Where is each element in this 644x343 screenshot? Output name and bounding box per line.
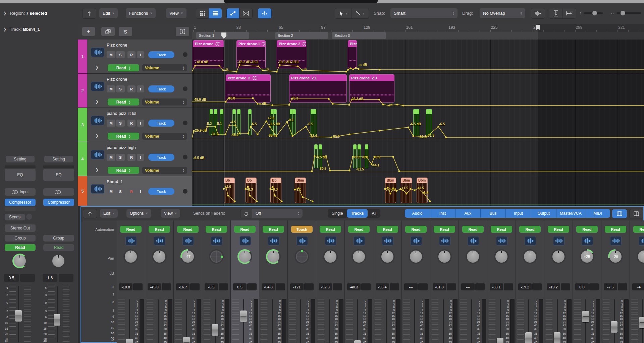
track-i-button[interactable]: I bbox=[137, 154, 144, 161]
mixer-filter-master-vca[interactable]: Master/VCA bbox=[556, 209, 585, 218]
db-value[interactable]: -6.5 bbox=[205, 283, 218, 290]
compressor-plugin-slot[interactable]: Compressor bbox=[43, 199, 74, 206]
mixer-channel-strip[interactable]: Read-∞03691215182124303540455060 bbox=[402, 220, 430, 343]
track-r-button[interactable]: R bbox=[127, 120, 136, 127]
pan-knob[interactable] bbox=[637, 249, 644, 264]
channel-fader[interactable]: 03691215182124303540455060 bbox=[544, 298, 573, 343]
db-value[interactable]: -∞ bbox=[404, 283, 418, 290]
pan-knob[interactable] bbox=[237, 249, 252, 264]
channel-fader[interactable]: 03691215182124303540455060 bbox=[487, 298, 516, 343]
automation-view-button[interactable] bbox=[226, 8, 240, 19]
pan-knob[interactable] bbox=[437, 249, 452, 264]
mixer-channel-strip[interactable]: Read0.503691215182124303540455060 bbox=[231, 220, 259, 343]
track-type-button[interactable]: Track bbox=[148, 154, 174, 161]
db-value[interactable]: -19.2 bbox=[547, 283, 560, 290]
db-value[interactable]: 0.5 bbox=[233, 283, 247, 290]
track-m-button[interactable]: M bbox=[107, 85, 115, 92]
channel-fader[interactable]: 03691215182124303540455060 bbox=[259, 298, 288, 343]
automation-mode-button[interactable]: Touch bbox=[291, 226, 313, 233]
track-header[interactable]: 1Pizz droneMSRITrack❯Read∧∨Volume∧∨ bbox=[78, 40, 192, 74]
db-value[interactable]: 0.0 bbox=[575, 283, 589, 290]
pan-knob[interactable] bbox=[523, 249, 537, 264]
fader-cap[interactable] bbox=[15, 310, 22, 322]
slider-thumb[interactable] bbox=[621, 11, 625, 15]
pan-knob[interactable] bbox=[266, 249, 281, 264]
mixer-filter-aux[interactable]: Aux bbox=[455, 209, 481, 218]
track-m-button[interactable]: M bbox=[107, 51, 115, 58]
add-track-button[interactable]: + bbox=[82, 27, 95, 36]
pan-knob[interactable] bbox=[294, 249, 309, 264]
mixer-channel-strip[interactable]: Read-47-16.703691215182124303540455060 bbox=[174, 220, 202, 343]
sends-on-faders-power-button[interactable] bbox=[240, 209, 252, 218]
track-m-button[interactable]: M bbox=[107, 154, 115, 161]
channel-fader[interactable]: 03691215182124303540455060 bbox=[459, 298, 487, 343]
track-s-button[interactable]: S bbox=[116, 154, 125, 161]
track-s-button[interactable]: S bbox=[116, 120, 125, 127]
automation-mode-dropdown[interactable]: Read∧∨ bbox=[108, 98, 139, 106]
channel-fader[interactable]: 03691215182124303540455060 bbox=[373, 298, 402, 343]
channel-fader[interactable]: 03691215182124303540455060 bbox=[601, 298, 630, 343]
track-header[interactable]: 5Bbm4_1MSRITrack bbox=[78, 176, 192, 206]
fader-cap[interactable] bbox=[639, 317, 644, 328]
waveform-zoom-button[interactable] bbox=[531, 8, 545, 19]
pan-knob[interactable] bbox=[323, 249, 338, 264]
view-menu[interactable]: View∨ bbox=[166, 8, 186, 18]
fader-cap[interactable] bbox=[354, 340, 361, 343]
track-m-button[interactable]: M bbox=[107, 188, 115, 195]
midi-region[interactable]: Bb bbox=[224, 178, 235, 203]
track-s-button[interactable]: S bbox=[116, 188, 125, 195]
tracks-arrange-area[interactable]: Pizz dronePizz drone.1Pizz drone.2PizzPi… bbox=[192, 40, 644, 206]
automation-mode-button[interactable]: Read bbox=[405, 226, 427, 233]
mixer-channel-strip[interactable]: Read-∞03691215182124303540455060 bbox=[459, 220, 487, 343]
mixer-channel-strip[interactable]: Read-45.003691215182124303540455060 bbox=[145, 220, 174, 343]
pan-knob[interactable] bbox=[551, 249, 566, 264]
bar-ruler[interactable]: 1336597129161193225257289321 bbox=[192, 24, 644, 32]
pan-knob[interactable]: -29 bbox=[608, 249, 623, 264]
db-value[interactable]: -52.3 bbox=[319, 283, 332, 290]
record-enable-circle[interactable] bbox=[183, 155, 187, 159]
mixer-filter-midi[interactable]: MIDI bbox=[585, 209, 610, 218]
section-marker[interactable]: Section 2 bbox=[275, 32, 328, 39]
automation-mode-button[interactable]: Read bbox=[548, 226, 569, 233]
channel-setting-button[interactable]: Setting bbox=[6, 156, 35, 162]
fader-cap[interactable] bbox=[611, 321, 618, 333]
hide-toolbar-button[interactable] bbox=[82, 8, 96, 19]
duplicate-track-button[interactable] bbox=[101, 27, 115, 36]
automation-param-dropdown[interactable]: Volume∧∨ bbox=[142, 133, 187, 140]
horizontal-auto-zoom-button[interactable] bbox=[562, 8, 576, 19]
pan-knob[interactable] bbox=[152, 249, 167, 264]
fader-cap[interactable] bbox=[54, 314, 60, 326]
mixer-filter-buttons[interactable]: AudioInstAuxBusInputOutputMaster/VCAMIDI bbox=[405, 209, 610, 218]
arrangement-marker-row[interactable]: Section 1Section 2Section 3 bbox=[192, 32, 644, 40]
track-i-button[interactable]: I bbox=[137, 85, 144, 92]
automation-mode-button[interactable]: Read bbox=[234, 226, 256, 233]
channel-fader[interactable]: 03691215182124303540455060 bbox=[345, 298, 373, 343]
empty-plugin-slot[interactable] bbox=[5, 207, 36, 211]
mixer-filter-inst[interactable]: Inst bbox=[430, 209, 455, 218]
track-type-button[interactable]: Track bbox=[148, 188, 174, 195]
output-slot[interactable]: Stereo Out bbox=[5, 224, 36, 232]
channel-fader[interactable]: 03691215182124303540455060 bbox=[117, 298, 145, 343]
mixer-channel-strip[interactable]: Read-19.203691215182124303540455060 bbox=[516, 220, 544, 343]
track-i-button[interactable]: I bbox=[137, 51, 144, 58]
pointer-tool-selector[interactable]: ∨ bbox=[335, 8, 352, 19]
channel-fader[interactable]: 03691215182124303540455060 bbox=[288, 298, 316, 343]
mixer-channel-strip[interactable]: Touch-12103691215182124303540455060 bbox=[288, 220, 316, 343]
midi-note-region[interactable] bbox=[292, 109, 296, 135]
channel-fader[interactable]: 03691215182124303540455060 bbox=[145, 298, 174, 343]
track-s-button[interactable]: S bbox=[116, 85, 125, 92]
track-type-button[interactable]: Track bbox=[148, 85, 174, 92]
channel-fader[interactable]: 630361015203040∞ bbox=[42, 285, 75, 343]
mixer-filter-output[interactable]: Output bbox=[531, 209, 556, 218]
sends-slot[interactable]: Sends bbox=[5, 214, 25, 220]
automation-mode-button[interactable]: Read bbox=[5, 244, 36, 251]
playhead-line[interactable] bbox=[224, 40, 224, 206]
show-automation-button[interactable] bbox=[176, 27, 189, 36]
automation-mode-button[interactable]: Read bbox=[263, 226, 284, 233]
track-i-button[interactable]: I bbox=[137, 120, 144, 127]
db-value[interactable]: -16.7 bbox=[176, 283, 190, 290]
mixer-channel-strip[interactable]: Read-55.403691215182124303540455060 bbox=[373, 220, 402, 343]
channel-fader[interactable]: 03691215182124303540455060 bbox=[231, 298, 259, 343]
db-value[interactable]: -7.5 bbox=[604, 283, 617, 290]
channel-fader[interactable]: 03691215182124303540455060 bbox=[430, 298, 459, 343]
